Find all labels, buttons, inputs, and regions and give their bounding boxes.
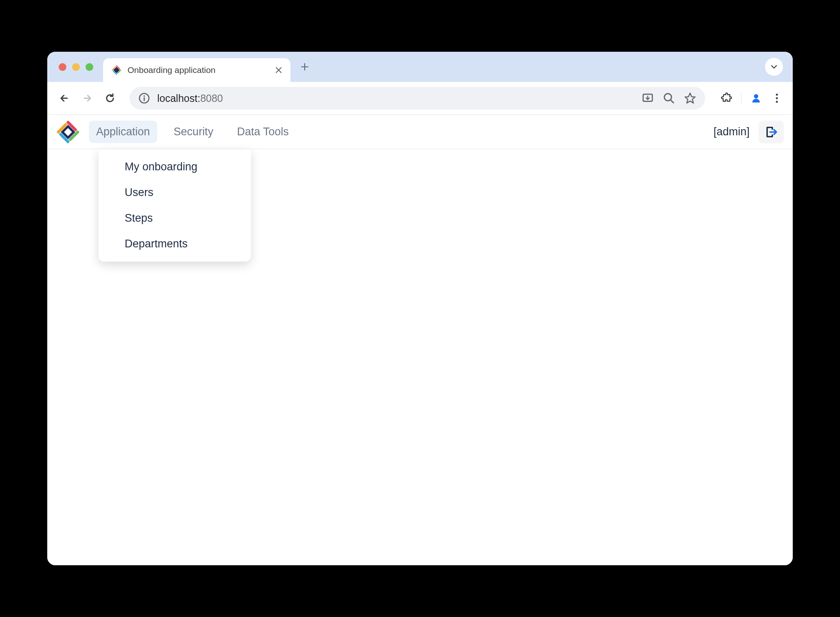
dropdown-users[interactable]: Users bbox=[99, 180, 251, 205]
window-controls bbox=[59, 63, 93, 71]
app-logo[interactable] bbox=[56, 120, 80, 144]
browser-toolbar: localhost:8080 bbox=[47, 82, 793, 115]
address-bar[interactable]: localhost:8080 bbox=[130, 87, 705, 110]
application-dropdown: My onboarding Users Steps Departments bbox=[99, 149, 251, 262]
app-content: Application Security Data Tools [admin] … bbox=[47, 115, 793, 565]
minimize-window-button[interactable] bbox=[72, 63, 80, 71]
browser-window: Onboarding application bbox=[47, 52, 793, 565]
user-label: [admin] bbox=[713, 126, 750, 138]
svg-point-5 bbox=[754, 94, 759, 99]
forward-button[interactable] bbox=[80, 91, 95, 106]
svg-point-7 bbox=[776, 97, 778, 99]
tab-strip: Onboarding application bbox=[47, 52, 793, 82]
menu-data-tools[interactable]: Data Tools bbox=[230, 121, 296, 143]
bookmark-icon[interactable] bbox=[684, 92, 696, 104]
new-tab-button[interactable] bbox=[296, 58, 313, 75]
menu-application[interactable]: Application bbox=[89, 121, 157, 143]
browser-menu-button[interactable] bbox=[771, 92, 783, 104]
menu-bar: Application Security Data Tools bbox=[89, 121, 713, 143]
profile-button[interactable] bbox=[750, 92, 763, 105]
install-app-icon[interactable] bbox=[642, 92, 654, 104]
logout-button[interactable] bbox=[759, 121, 784, 143]
dropdown-departments[interactable]: Departments bbox=[99, 231, 251, 257]
app-header: Application Security Data Tools [admin] bbox=[47, 115, 793, 149]
url-text: localhost:8080 bbox=[157, 93, 634, 104]
zoom-icon[interactable] bbox=[663, 92, 675, 104]
close-window-button[interactable] bbox=[59, 63, 66, 71]
reload-button[interactable] bbox=[103, 91, 117, 106]
tabs-dropdown-button[interactable] bbox=[765, 58, 783, 76]
maximize-window-button[interactable] bbox=[86, 63, 93, 71]
dropdown-steps[interactable]: Steps bbox=[99, 205, 251, 231]
back-button[interactable] bbox=[57, 91, 72, 106]
extensions-icon[interactable] bbox=[721, 92, 733, 104]
svg-point-6 bbox=[776, 94, 778, 96]
close-tab-button[interactable] bbox=[273, 65, 284, 75]
toolbar-divider bbox=[741, 92, 741, 104]
tab-title: Onboarding application bbox=[128, 65, 268, 75]
browser-tab[interactable]: Onboarding application bbox=[103, 58, 290, 82]
dropdown-my-onboarding[interactable]: My onboarding bbox=[99, 154, 251, 180]
svg-point-2 bbox=[143, 95, 145, 97]
menu-security[interactable]: Security bbox=[166, 121, 221, 143]
svg-point-8 bbox=[776, 101, 778, 103]
tab-favicon bbox=[111, 65, 122, 75]
site-info-icon[interactable] bbox=[139, 93, 150, 104]
